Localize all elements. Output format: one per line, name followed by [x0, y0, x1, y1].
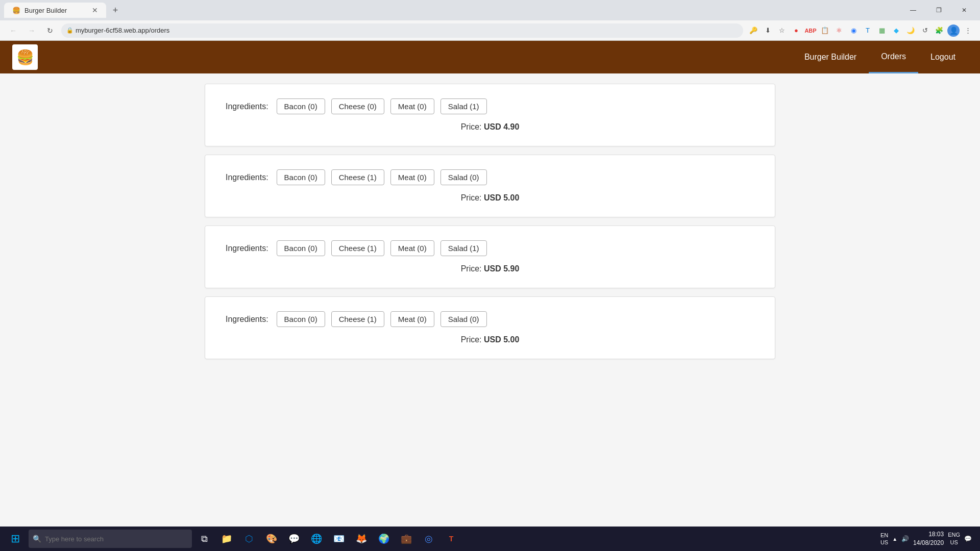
price-row: Price: USD 4.90 [226, 122, 754, 132]
ext4-icon[interactable]: T [862, 24, 874, 37]
lock-icon: 🔒 [66, 27, 74, 34]
order-card: Ingredients: Bacon (0) Cheese (0) Meat (… [205, 84, 775, 146]
ingredient-badge-meat: Meat (0) [390, 311, 434, 327]
toolbar-icons: 🔑 ⬇ ☆ ● ABP 📋 ⚛ ◉ T ▦ ◆ 🌙 ↺ 🧩 👤 ⋮ [747, 24, 974, 37]
ingredient-badge-meat: Meat (0) [390, 169, 434, 185]
teams-icon[interactable]: 💼 [396, 529, 416, 549]
price-row: Price: USD 5.00 [226, 335, 754, 344]
ext1-icon[interactable]: 📋 [819, 24, 831, 37]
order-card: Ingredients: Bacon (0) Cheese (1) Meat (… [205, 296, 775, 359]
ext3-icon[interactable]: ◉ [847, 24, 860, 37]
tab-close-button[interactable]: ✕ [92, 6, 98, 14]
ingredients-label: Ingredients: [226, 244, 268, 253]
ingredient-badge-meat: Meat (0) [390, 240, 434, 256]
extensions-icon[interactable]: 🧩 [933, 24, 945, 37]
navbar: 🍔 Burger Builder Orders Logout [0, 41, 980, 73]
taskview-icon[interactable]: ⧉ [194, 529, 214, 549]
taskbar-clock[interactable]: 18:03 14/08/2020 [913, 530, 944, 547]
star-icon[interactable]: ☆ [776, 24, 788, 37]
clock-date: 14/08/2020 [913, 539, 944, 547]
taskbar: ⊞ 🔍 ⧉ 📁 ⬡ 🎨 💬 🌐 📧 🦊 🌍 💼 ◎ T EN US ▲ 🔊 18… [0, 527, 980, 551]
price-label: Price: [461, 122, 482, 131]
ext2-icon[interactable]: ⚛ [833, 24, 845, 37]
address-bar-row: ← → ↻ 🔒 🔑 ⬇ ☆ ● ABP 📋 ⚛ ◉ T ▦ ◆ 🌙 ↺ 🧩 👤 … [0, 20, 980, 41]
ingredient-badge-salad: Salad (0) [440, 311, 487, 327]
nav-orders[interactable]: Orders [869, 41, 918, 73]
ingredient-badge-bacon: Bacon (0) [277, 240, 325, 256]
refresh-button[interactable]: ↻ [43, 23, 57, 38]
nav-burger-builder[interactable]: Burger Builder [792, 41, 869, 73]
taskbar-search-input[interactable] [29, 530, 192, 548]
browser-chrome: 🍔 Burger Builder ✕ + — ❐ ✕ ← → ↻ 🔒 🔑 ⬇ ☆… [0, 0, 980, 41]
price-label: Price: [461, 335, 482, 344]
forward-button[interactable]: → [24, 23, 39, 38]
mail-icon[interactable]: 📧 [329, 529, 349, 549]
office-icon[interactable]: T [441, 529, 461, 549]
orders-container: Ingredients: Bacon (0) Cheese (0) Meat (… [197, 73, 783, 378]
price-row: Price: USD 5.00 [226, 193, 754, 203]
tab-title: Burger Builder [24, 7, 67, 14]
maximize-button[interactable]: ❐ [927, 2, 950, 18]
title-bar: 🍔 Burger Builder ✕ + — ❐ ✕ [0, 0, 980, 20]
ingredients-label: Ingredients: [226, 102, 268, 111]
ingredient-badge-salad: Salad (1) [440, 98, 487, 114]
nav-logout[interactable]: Logout [918, 41, 968, 73]
taskbar-search-wrap: 🔍 [29, 530, 192, 548]
taskbar-right: EN US ▲ 🔊 18:03 14/08/2020 ENG US 💬 [880, 530, 976, 547]
system-tray-up[interactable]: ▲ [892, 536, 897, 542]
ingredient-badge-salad: Salad (1) [440, 240, 487, 256]
minimize-button[interactable]: — [901, 2, 925, 18]
notification-icon[interactable]: 💬 [964, 535, 972, 542]
browser-tab[interactable]: 🍔 Burger Builder ✕ [4, 3, 106, 18]
app-container: 🍔 Burger Builder Orders Logout Ingredien… [0, 41, 980, 539]
ingredient-badge-salad: Salad (0) [440, 169, 487, 185]
ingredient-badge-cheese: Cheese (1) [331, 240, 384, 256]
adblock-icon[interactable]: ABP [804, 24, 817, 37]
price-value: USD 5.00 [484, 193, 519, 202]
ingredients-row: Ingredients: Bacon (0) Cheese (0) Meat (… [226, 98, 754, 114]
close-button[interactable]: ✕ [952, 2, 976, 18]
taskbar-lang-label: ENG US [948, 531, 960, 547]
ie-icon[interactable]: 🌐 [306, 529, 327, 549]
navbar-logo[interactable]: 🍔 [12, 44, 38, 70]
ext5-icon[interactable]: ▦ [876, 24, 888, 37]
browser2-icon[interactable]: 🌍 [374, 529, 394, 549]
window-controls: — ❐ ✕ [901, 2, 976, 18]
navbar-links: Burger Builder Orders Logout [792, 41, 968, 73]
price-label: Price: [461, 264, 482, 273]
start-button[interactable]: ⊞ [4, 528, 27, 550]
download-icon[interactable]: ⬇ [762, 24, 774, 37]
clock-time: 18:03 [913, 530, 944, 539]
ingredients-row: Ingredients: Bacon (0) Cheese (1) Meat (… [226, 240, 754, 256]
firefox-icon[interactable]: 🦊 [351, 529, 372, 549]
new-tab-button[interactable]: + [108, 3, 122, 17]
ingredient-badge-cheese: Cheese (1) [331, 311, 384, 327]
ingredient-badge-cheese: Cheese (1) [331, 169, 384, 185]
back-button[interactable]: ← [6, 23, 20, 38]
price-value: USD 5.00 [484, 335, 519, 344]
menu-icon[interactable]: ⋮ [962, 24, 974, 37]
ingredient-badge-bacon: Bacon (0) [277, 311, 325, 327]
address-input[interactable] [61, 23, 743, 38]
file-explorer-icon[interactable]: 📁 [216, 529, 237, 549]
paint-icon[interactable]: 🎨 [261, 529, 282, 549]
ext6-icon[interactable]: ◆ [890, 24, 902, 37]
speaker-icon[interactable]: 🔊 [901, 535, 909, 542]
content-area[interactable]: Ingredients: Bacon (0) Cheese (0) Meat (… [0, 73, 980, 539]
whatsapp-icon[interactable]: 💬 [284, 529, 304, 549]
profile-icon[interactable]: 👤 [947, 24, 960, 37]
language-region: US [880, 539, 888, 546]
price-value: USD 4.90 [484, 122, 519, 131]
dark-mode-icon[interactable]: 🌙 [904, 24, 917, 37]
vscode-icon[interactable]: ⬡ [239, 529, 259, 549]
extension-red-icon[interactable]: ● [790, 24, 802, 37]
chrome-icon[interactable]: ◎ [419, 529, 439, 549]
ingredient-badge-bacon: Bacon (0) [277, 169, 325, 185]
key-icon[interactable]: 🔑 [747, 24, 760, 37]
search-icon: 🔍 [33, 535, 41, 543]
price-label: Price: [461, 193, 482, 202]
ingredients-label: Ingredients: [226, 173, 268, 182]
refresh2-icon[interactable]: ↺ [919, 24, 931, 37]
address-field-wrap: 🔒 [61, 23, 743, 38]
ingredients-row: Ingredients: Bacon (0) Cheese (1) Meat (… [226, 311, 754, 327]
